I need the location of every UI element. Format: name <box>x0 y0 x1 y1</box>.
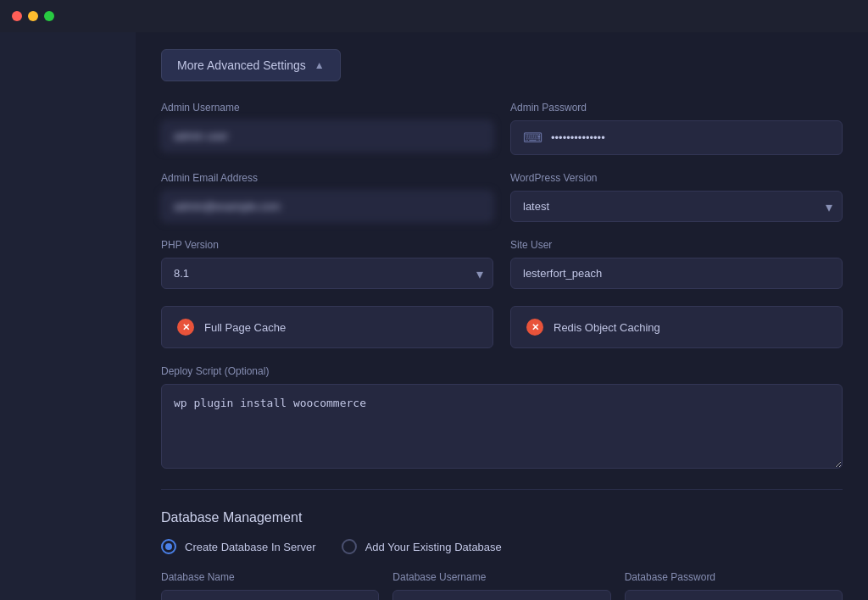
traffic-lights <box>12 11 54 21</box>
wp-version-group: WordPress Version latest 6.4 6.3 <box>510 172 843 222</box>
database-radio-group: Create Database In Server Add Your Exist… <box>161 539 843 554</box>
minimize-button[interactable] <box>28 11 38 21</box>
site-user-group: Site User <box>510 239 843 289</box>
existing-database-option[interactable]: Add Your Existing Database <box>342 539 502 554</box>
admin-email-input[interactable] <box>161 191 493 222</box>
site-user-label: Site User <box>510 239 843 251</box>
db-password-field-wrapper: ⌨ <box>625 590 843 600</box>
full-page-cache-indicator: ✕ <box>177 319 194 336</box>
admin-username-label: Admin Username <box>161 102 493 114</box>
section-divider <box>161 489 843 490</box>
db-name-group: Database Name <box>161 571 379 600</box>
x-mark-icon: ✕ <box>182 322 190 333</box>
sidebar <box>0 32 136 600</box>
key-icon: ⌨ <box>523 130 542 146</box>
database-section-title: Database Management <box>161 510 843 525</box>
redis-cache-toggle[interactable]: ✕ Redis Object Caching <box>510 306 843 348</box>
db-name-input[interactable] <box>161 590 379 600</box>
toggle-row: ✕ Full Page Cache ✕ Redis Object Caching <box>161 306 843 348</box>
email-version-row: Admin Email Address WordPress Version la… <box>161 172 843 222</box>
php-version-select-wrapper: 8.1 8.0 7.4 <box>161 258 493 289</box>
admin-email-group: Admin Email Address <box>161 172 493 222</box>
redis-cache-label: Redis Object Caching <box>554 321 660 334</box>
admin-credentials-row: Admin Username Admin Password ⌨ <box>161 102 843 155</box>
full-page-cache-label: Full Page Cache <box>204 321 286 334</box>
create-database-label: Create Database In Server <box>185 541 316 553</box>
admin-password-input[interactable] <box>551 131 830 144</box>
db-username-input[interactable] <box>392 590 610 600</box>
close-button[interactable] <box>12 11 22 21</box>
existing-database-label: Add Your Existing Database <box>365 541 502 553</box>
admin-username-input[interactable] <box>161 120 493 152</box>
redis-cache-indicator: ✕ <box>526 319 543 336</box>
db-username-label: Database Username <box>392 571 610 583</box>
chevron-up-icon: ▲ <box>314 59 325 71</box>
php-version-select[interactable]: 8.1 8.0 7.4 <box>161 258 493 289</box>
php-version-label: PHP Version <box>161 239 493 251</box>
wp-version-select[interactable]: latest 6.4 6.3 <box>510 191 843 222</box>
titlebar <box>0 0 868 32</box>
db-name-label: Database Name <box>161 571 379 583</box>
db-password-label: Database Password <box>625 571 843 583</box>
wp-version-select-wrapper: latest 6.4 6.3 <box>510 191 843 222</box>
admin-password-field-wrapper: ⌨ <box>510 120 843 155</box>
create-database-radio[interactable] <box>161 539 176 554</box>
more-advanced-settings-button[interactable]: More Advanced Settings ▲ <box>161 49 341 81</box>
full-page-cache-toggle[interactable]: ✕ Full Page Cache <box>161 306 493 348</box>
admin-email-label: Admin Email Address <box>161 172 493 184</box>
section-header: More Advanced Settings ▲ <box>161 49 843 81</box>
site-user-input[interactable] <box>510 258 843 289</box>
main-content: More Advanced Settings ▲ Admin Username … <box>0 32 868 600</box>
admin-password-group: Admin Password ⌨ <box>510 102 843 155</box>
maximize-button[interactable] <box>44 11 54 21</box>
deploy-script-textarea[interactable]: wp plugin install woocommerce <box>161 384 843 469</box>
db-username-group: Database Username <box>392 571 610 600</box>
section-btn-label: More Advanced Settings <box>177 58 306 72</box>
admin-password-label: Admin Password <box>510 102 843 114</box>
admin-username-group: Admin Username <box>161 102 493 155</box>
existing-database-radio[interactable] <box>342 539 357 554</box>
create-database-option[interactable]: Create Database In Server <box>161 539 316 554</box>
deploy-script-group: Deploy Script (Optional) wp plugin insta… <box>161 365 843 469</box>
wp-version-label: WordPress Version <box>510 172 843 184</box>
deploy-script-label: Deploy Script (Optional) <box>161 365 843 377</box>
db-password-group: Database Password ⌨ <box>625 571 843 600</box>
php-siteuser-row: PHP Version 8.1 8.0 7.4 Site User <box>161 239 843 289</box>
database-management-section: Database Management Create Database In S… <box>161 510 843 600</box>
redis-x-icon: ✕ <box>531 322 539 333</box>
content-area: More Advanced Settings ▲ Admin Username … <box>136 32 868 600</box>
php-version-group: PHP Version 8.1 8.0 7.4 <box>161 239 493 289</box>
database-fields-grid: Database Name Database Username Database… <box>161 571 843 600</box>
